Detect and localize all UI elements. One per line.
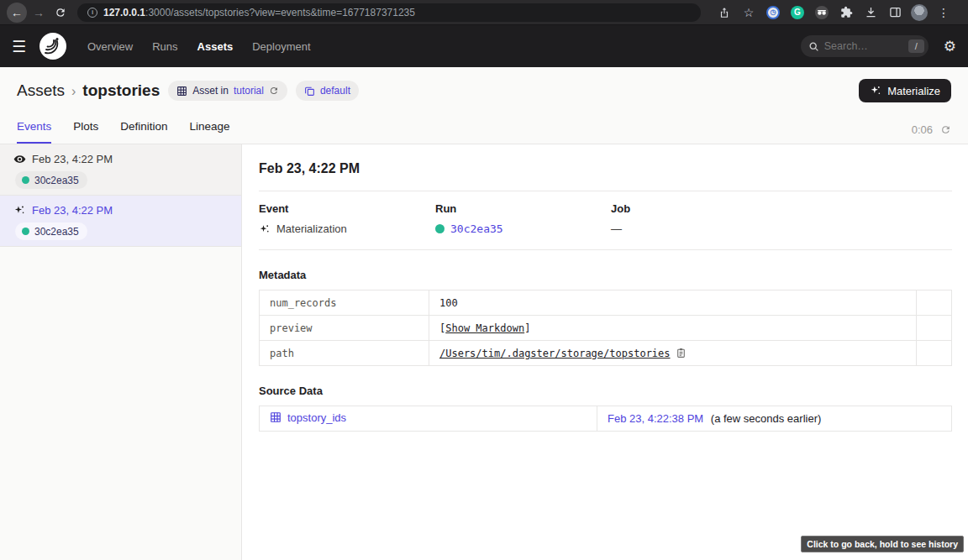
materialize-button[interactable]: Materialize — [859, 79, 951, 102]
downloads-button[interactable] — [860, 3, 881, 22]
dagster-logo[interactable] — [39, 32, 67, 60]
browser-back-button[interactable]: ← — [7, 3, 27, 23]
nav-item-deployment[interactable]: Deployment — [252, 40, 310, 53]
asset-name: topstories — [82, 81, 160, 99]
source-data-timestamp-link[interactable]: Feb 23, 4:22:38 PM — [608, 412, 703, 425]
refresh-timer: 0:06 — [912, 123, 951, 144]
breadcrumb-assets-link[interactable]: Assets — [17, 81, 65, 99]
tab-plots[interactable]: Plots — [73, 120, 98, 144]
extension-goggles-button[interactable] — [812, 3, 832, 22]
url-text: 127.0.0.1:3000/assets/topstories?view=ev… — [103, 7, 415, 18]
search-box[interactable]: / — [801, 35, 929, 57]
extensions-menu-button[interactable] — [836, 3, 856, 22]
materialization-sparkle-icon — [13, 204, 26, 217]
three-dots-icon: ⋮ — [938, 6, 950, 19]
refresh-icon[interactable] — [940, 124, 951, 135]
download-icon — [865, 6, 877, 18]
side-panel-icon — [889, 6, 902, 18]
app-navbar: ☰ Overview Runs Assets Deployment / ⚙ — [0, 25, 968, 67]
site-info-icon[interactable]: i — [87, 8, 97, 18]
job-field-label: Job — [611, 202, 952, 215]
tab-definition[interactable]: Definition — [120, 120, 167, 144]
browser-back-tooltip: Click to go back, hold to see history — [801, 536, 964, 552]
nav-item-overview[interactable]: Overview — [87, 40, 133, 53]
table-row: preview [Show Markdown] — [260, 316, 952, 341]
browser-reload-button[interactable] — [50, 3, 71, 23]
bookmark-button[interactable]: ☆ — [739, 3, 759, 22]
search-input[interactable] — [824, 40, 903, 52]
clock-extension-icon: ◷ — [766, 6, 780, 19]
source-data-note: (a few seconds earlier) — [711, 412, 822, 425]
browser-menu-button[interactable]: ⋮ — [934, 3, 954, 22]
eye-icon — [13, 153, 26, 165]
event-time: Feb 23, 4:22 PM — [32, 153, 113, 165]
divider — [259, 249, 952, 250]
table-row: topstory_ids Feb 23, 4:22:38 PM (a few s… — [260, 406, 952, 432]
event-detail-panel: Feb 23, 4:22 PM Event Materialization Ru… — [242, 144, 968, 560]
repo-tutorial-link[interactable]: tutorial — [234, 85, 264, 97]
sparkle-icon — [870, 85, 881, 97]
run-tag[interactable]: 30c2ea35 — [15, 171, 87, 189]
browser-forward-button[interactable]: → — [29, 3, 49, 23]
nav-item-assets[interactable]: Assets — [197, 40, 234, 53]
metadata-key: preview — [260, 316, 429, 341]
browser-toolbar: ← → i 127.0.0.1:3000/assets/topstories?v… — [0, 0, 968, 25]
metadata-value: 100 — [429, 290, 917, 316]
asset-grid-icon — [176, 86, 187, 97]
tab-events[interactable]: Events — [17, 120, 51, 144]
event-field-label: Event — [259, 202, 435, 215]
timer-countdown: 0:06 — [912, 123, 933, 136]
repo-location-tag: Asset in tutorial — [168, 81, 287, 101]
group-tag-label: default — [320, 85, 350, 97]
source-data-section-title: Source Data — [259, 385, 952, 397]
back-arrow-icon: ← — [11, 6, 23, 19]
share-button[interactable] — [714, 3, 734, 22]
table-row: path /Users/tim/.dagster/storage/topstor… — [260, 341, 952, 366]
run-id-link[interactable]: 30c2ea35 — [450, 222, 503, 235]
grammarly-icon: G — [791, 6, 804, 19]
repo-tag-prefix: Asset in — [192, 85, 229, 97]
event-time: Feb 23, 4:22 PM — [32, 204, 113, 217]
materialize-label: Materialize — [887, 85, 940, 97]
star-icon: ☆ — [744, 6, 755, 19]
avatar — [911, 4, 928, 21]
path-link[interactable]: /Users/tim/.dagster/storage/topstories — [439, 348, 671, 359]
breadcrumb: Assets›topstories — [17, 81, 160, 100]
extension-grammarly-button[interactable]: G — [787, 3, 808, 22]
nav-item-runs[interactable]: Runs — [152, 40, 177, 53]
extension-clock-button[interactable]: ◷ — [763, 3, 783, 22]
metadata-table: num_records 100 preview [Show Markdown] … — [259, 290, 952, 366]
menu-button[interactable]: ☰ — [12, 37, 37, 56]
reload-repo-icon[interactable] — [269, 86, 279, 96]
event-list-item-observation[interactable]: Feb 23, 4:22 PM 30c2ea35 — [0, 144, 241, 196]
run-status-dot — [22, 176, 29, 184]
clipboard-copy-icon[interactable] — [676, 348, 687, 359]
bracket: ] — [524, 322, 530, 334]
hamburger-icon: ☰ — [12, 38, 26, 55]
materialization-sparkle-icon — [259, 223, 271, 235]
metadata-section-title: Metadata — [259, 269, 952, 281]
profile-button[interactable] — [909, 3, 929, 22]
address-bar[interactable]: i 127.0.0.1:3000/assets/topstories?view=… — [77, 3, 701, 22]
source-data-table: topstory_ids Feb 23, 4:22:38 PM (a few s… — [259, 406, 952, 432]
reload-icon — [55, 7, 66, 18]
upstream-asset-link[interactable]: topstory_ids — [270, 411, 346, 424]
metadata-value: [Show Markdown] — [429, 316, 917, 341]
job-value: — — [611, 222, 622, 235]
metadata-key: num_records — [260, 290, 429, 316]
event-type-value: Materialization — [276, 222, 347, 235]
run-id: 30c2ea35 — [34, 226, 79, 238]
show-markdown-link[interactable]: Show Markdown — [445, 322, 524, 334]
asset-page-header: Assets›topstories Asset in tutorial defa… — [0, 67, 968, 144]
event-list-item-materialization[interactable]: Feb 23, 4:22 PM 30c2ea35 — [0, 196, 241, 247]
event-list-sidebar: Feb 23, 4:22 PM 30c2ea35 Feb 23, 4:22 PM… — [0, 144, 242, 560]
side-panel-button[interactable] — [885, 3, 905, 22]
settings-gear-button[interactable]: ⚙ — [944, 38, 956, 55]
run-tag[interactable]: 30c2ea35 — [15, 222, 87, 240]
breadcrumb-separator: › — [71, 84, 76, 98]
share-icon — [718, 7, 730, 18]
group-tag[interactable]: default — [296, 81, 359, 101]
search-icon — [808, 41, 819, 52]
tab-lineage[interactable]: Lineage — [190, 120, 230, 144]
asset-grid-icon — [270, 411, 281, 423]
